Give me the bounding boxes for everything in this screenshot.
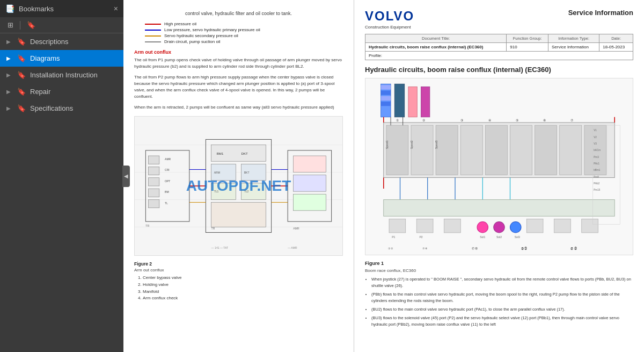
- legend-label-servo: Servo hydraulic secondary pressure oil: [164, 33, 238, 38]
- sidebar: 📑 Bookmarks × ⊞ 🔖 ▶ 🔖 Descriptions ▶ 🔖 D…: [0, 0, 123, 352]
- svg-text:㊲ ㊳: ㊲ ㊳: [570, 247, 576, 250]
- figure1-bullets: When joystick (27) is operated to " BOOM…: [365, 276, 633, 328]
- figure1-bullet-1: When joystick (27) is operated to " BOOM…: [371, 276, 633, 289]
- hydraulic-svg: Spool1 Spool2 Spool3: [365, 78, 633, 255]
- svg-text:bBm1: bBm1: [594, 169, 600, 171]
- svg-rect-55: [411, 125, 433, 175]
- svg-text:Spool2: Spool2: [410, 140, 413, 149]
- sidebar-item-descriptions[interactable]: ▶ 🔖 Descriptions: [0, 33, 123, 50]
- svg-text:P2: P2: [419, 235, 422, 239]
- figure2-list-item-4: Arm conflux check: [143, 295, 343, 302]
- svg-text:TL: TL: [165, 202, 168, 205]
- svg-rect-54: [386, 125, 408, 175]
- svg-text:OPT: OPT: [165, 179, 170, 183]
- legend-item-low: Low pressure, servo hydraulic primary pr…: [145, 27, 343, 32]
- legend-line-drain: [145, 41, 161, 42]
- figure2-caption: Figure 2: [134, 261, 343, 267]
- svg-text:②: ②: [422, 118, 425, 122]
- svg-rect-48: [381, 96, 391, 100]
- bookmark-icon-installation: 🔖: [17, 71, 26, 79]
- svg-text:BM: BM: [165, 190, 169, 193]
- svg-text:PAc1: PAc1: [594, 162, 599, 165]
- bookmark-add-button[interactable]: 🔖: [25, 20, 38, 30]
- expand-all-button[interactable]: ⊞: [5, 20, 16, 30]
- svg-rect-52: [421, 87, 429, 117]
- chevron-right-icon-diagrams: ▶: [6, 55, 13, 61]
- svg-point-82: [494, 222, 505, 233]
- svg-text:⑤: ⑤: [516, 118, 518, 122]
- hydraulic-diagram: Spool1 Spool2 Spool3: [365, 78, 633, 255]
- svg-text:— AMR: — AMR: [288, 246, 297, 249]
- svg-text:ARM: ARM: [214, 171, 220, 174]
- svg-text:Sol1: Sol1: [480, 235, 485, 239]
- sidebar-label-descriptions: Descriptions: [30, 38, 117, 46]
- svg-text:PAb2: PAb2: [594, 182, 599, 185]
- svg-rect-46: [381, 85, 391, 89]
- legend-line-high: [145, 24, 161, 25]
- legend-line-servo: [145, 35, 161, 37]
- toolbar-separator: [20, 21, 20, 30]
- info-table-data-row: Hydraulic circuits, boom raise conflux (…: [365, 43, 633, 52]
- sidebar-header: 📑 Bookmarks ×: [0, 0, 123, 17]
- sidebar-close-button[interactable]: ×: [114, 4, 118, 13]
- figure2-sub: Arm out conflux: [134, 268, 343, 272]
- col-function-group: Function Group:: [507, 34, 548, 43]
- svg-text:Pm3: Pm3: [594, 156, 599, 159]
- svg-text:③: ③: [460, 118, 463, 122]
- sidebar-item-repair[interactable]: ▶ 🔖 Repair: [0, 83, 123, 100]
- svg-rect-51: [408, 87, 417, 117]
- svg-text:BKT: BKT: [244, 171, 250, 174]
- sidebar-label-specifications: Specifications: [30, 104, 117, 112]
- svg-text:④: ④: [488, 118, 491, 122]
- svg-rect-74: [384, 200, 615, 217]
- col-info-type: Information Type:: [548, 34, 599, 43]
- sidebar-item-specifications[interactable]: ▶ 🔖 Specifications: [0, 100, 123, 117]
- svg-text:— 141 — TAT: — 141 — TAT: [211, 246, 229, 249]
- sidebar-item-diagrams[interactable]: ▶ 🔖 Diagrams: [0, 50, 123, 67]
- svg-rect-57: [460, 125, 482, 175]
- svg-rect-31: [293, 175, 326, 192]
- bookmark-icon-specifications: 🔖: [17, 104, 26, 112]
- sidebar-collapse-button[interactable]: ◀: [122, 166, 130, 187]
- sidebar-toolbar: ⊞ 🔖: [0, 17, 123, 33]
- figure1-sub: Boom race conflux, EC360: [365, 268, 633, 273]
- svg-text:CRI: CRI: [165, 169, 170, 172]
- figure1-caption: Figure 1: [365, 261, 633, 266]
- svg-rect-8: [148, 178, 159, 186]
- svg-text:V2: V2: [594, 136, 597, 139]
- svg-text:Pm8: Pm8: [594, 176, 599, 178]
- svg-rect-7: [148, 167, 159, 175]
- chevron-right-icon: ▶: [6, 39, 13, 45]
- sidebar-label-repair: Repair: [30, 88, 117, 96]
- svg-text:⑦: ⑦: [570, 118, 573, 122]
- svg-rect-30: [293, 156, 326, 173]
- svg-text:Sol2: Sol2: [496, 235, 502, 239]
- svg-rect-10: [148, 199, 159, 207]
- svg-rect-77: [444, 219, 461, 233]
- sidebar-item-installation[interactable]: ▶ 🔖 Installation Instruction: [0, 67, 123, 83]
- body-text-1: The oil from P1 pump opens check valve o…: [134, 57, 343, 70]
- legend-label-drain: Drain circuit, pump suction oil: [164, 39, 220, 44]
- hydraulic-title: Hydraulic circuits, boom raise conflux (…: [365, 66, 633, 74]
- sidebar-label-installation: Installation Instruction: [30, 71, 117, 79]
- figure2-list-item-3: Manifold: [143, 289, 343, 296]
- svg-text:AMR: AMR: [165, 157, 171, 161]
- svg-text:TR: TR: [145, 224, 149, 227]
- legend: High pressure oil Low pressure, servo hy…: [145, 21, 343, 44]
- body-text-3: When the arm is retracted, 2 pumps will …: [134, 104, 343, 111]
- body-text-2: The oil from P2 pump flows to arm high p…: [134, 74, 343, 100]
- volvo-logo: VOLVO: [365, 9, 414, 24]
- svg-rect-47: [381, 91, 391, 95]
- profile-row: Profile:: [365, 52, 633, 60]
- svg-text:Spool1: Spool1: [385, 140, 389, 149]
- svg-text:⑰ ⑱: ⑰ ⑱: [472, 247, 478, 250]
- chevron-right-icon-repair: ▶: [6, 89, 13, 95]
- info-table-header-row: Document Title: Function Group: Informat…: [365, 34, 633, 43]
- svg-rect-61: [560, 125, 582, 175]
- function-group-cell: 910: [507, 43, 548, 52]
- figure2-list-item-1: Center bypass valve: [143, 275, 343, 282]
- volvo-header: VOLVO Construction Equipment Service Inf…: [365, 9, 633, 30]
- svg-rect-49: [381, 102, 391, 106]
- service-info-title: Service Information: [568, 9, 633, 17]
- left-page: control valve, hydraulic filter and oil …: [123, 0, 354, 352]
